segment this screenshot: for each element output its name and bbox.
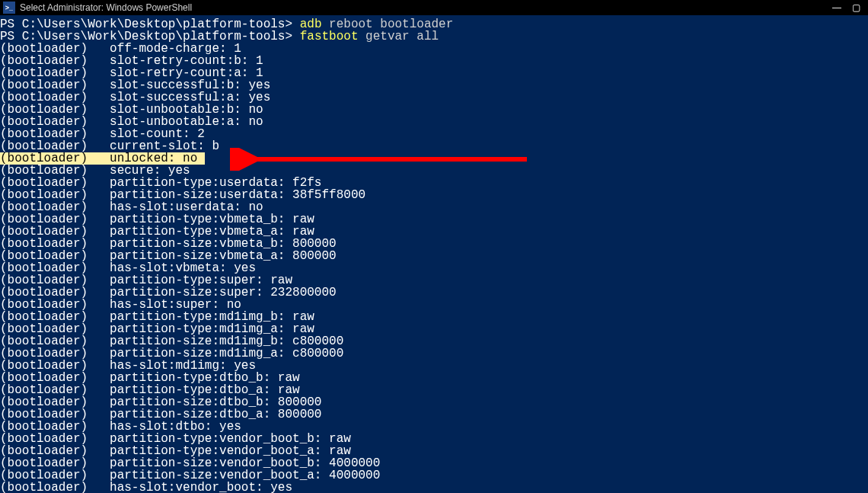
window-controls: — ▢ xyxy=(832,2,865,14)
minimize-button[interactable]: — xyxy=(832,2,841,14)
output-line: (bootloader) partition-size:dtbo_a: 8000… xyxy=(0,408,868,421)
output-line: (bootloader) partition-type:vendor_boot_… xyxy=(0,433,868,445)
output-line: (bootloader) slot-successful:a: yes xyxy=(0,91,868,104)
terminal-area[interactable]: PS C:\Users\Work\Desktop\platform-tools>… xyxy=(0,15,868,493)
output-line: (bootloader) current-slot: b xyxy=(0,140,868,152)
output-line: (bootloader) has-slot:userdata: no xyxy=(0,201,868,213)
output-line: (bootloader) secure: yes xyxy=(0,165,868,177)
output-line: (bootloader) off-mode-charge: 1 xyxy=(0,43,868,55)
command-word: fastboot xyxy=(300,30,359,43)
output-line: (bootloader) partition-type:md1img_b: ra… xyxy=(0,311,868,323)
output-line: (bootloader) partition-size:dtbo_b: 8000… xyxy=(0,396,868,408)
maximize-button[interactable]: ▢ xyxy=(852,2,860,14)
output-line: (bootloader) partition-size:vbmeta_b: 80… xyxy=(0,238,868,250)
output-line-highlighted: (bootloader) unlocked: no xyxy=(0,152,868,165)
output-line: (bootloader) partition-type:dtbo_b: raw xyxy=(0,372,868,384)
command-args: getvar all xyxy=(358,30,439,43)
output-line: (bootloader) partition-size:vendor_boot_… xyxy=(0,469,868,482)
output-line: (bootloader) slot-unbootable:a: no xyxy=(0,116,868,128)
output-line: (bootloader) partition-type:vendor_boot_… xyxy=(0,445,868,457)
output-line: (bootloader) has-slot:vbmeta: yes xyxy=(0,262,868,274)
output-line: (bootloader) partition-size:vendor_boot_… xyxy=(0,457,868,469)
output-line: (bootloader) partition-type:dtbo_a: raw xyxy=(0,384,868,396)
output-line: (bootloader) slot-successful:b: yes xyxy=(0,79,868,91)
prompt-line-1: PS C:\Users\Work\Desktop\platform-tools>… xyxy=(0,18,868,30)
output-line: (bootloader) partition-size:userdata: 38… xyxy=(0,189,868,201)
output-line: (bootloader) partition-size:md1img_b: c8… xyxy=(0,335,868,347)
output-line: (bootloader) partition-size:md1img_a: c8… xyxy=(0,347,868,360)
highlighted-text: (bootloader) unlocked: no xyxy=(0,152,205,165)
output-line: (bootloader) has-slot:vendor_boot: yes xyxy=(0,482,868,493)
output-line: (bootloader) partition-type:vbmeta_a: ra… xyxy=(0,226,868,238)
output-line: (bootloader) partition-type:userdata: f2… xyxy=(0,177,868,189)
title-left: >_ Select Administrator: Windows PowerSh… xyxy=(0,2,192,14)
window-titlebar: >_ Select Administrator: Windows PowerSh… xyxy=(0,0,868,15)
powershell-icon: >_ xyxy=(3,2,15,14)
output-line: (bootloader) partition-type:md1img_a: ra… xyxy=(0,323,868,335)
output-line: (bootloader) slot-unbootable:b: no xyxy=(0,104,868,116)
output-line: (bootloader) has-slot:super: no xyxy=(0,299,868,311)
output-line: (bootloader) partition-type:vbmeta_b: ra… xyxy=(0,213,868,226)
output-line: (bootloader) slot-retry-count:a: 1 xyxy=(0,67,868,79)
output-line: (bootloader) slot-retry-count:b: 1 xyxy=(0,55,868,67)
output-line: (bootloader) partition-type:super: raw xyxy=(0,274,868,287)
output-line: (bootloader) partition-size:vbmeta_a: 80… xyxy=(0,250,868,262)
prompt-line-2: PS C:\Users\Work\Desktop\platform-tools>… xyxy=(0,30,868,43)
output-line: (bootloader) has-slot:md1img: yes xyxy=(0,360,868,372)
output-line: (bootloader) partition-size:super: 23280… xyxy=(0,287,868,299)
output-line: (bootloader) has-slot:dtbo: yes xyxy=(0,421,868,433)
output-line: (bootloader) slot-count: 2 xyxy=(0,128,868,140)
window-title: Select Administrator: Windows PowerShell xyxy=(20,2,192,14)
